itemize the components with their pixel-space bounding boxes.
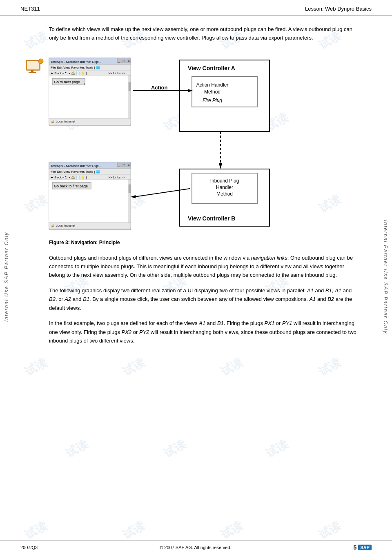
svg-text:View Controller A: View Controller A: [188, 65, 235, 71]
svg-text:_: _: [118, 60, 120, 63]
footer-copyright: © 2007 SAP AG. All rights reserved.: [160, 545, 231, 550]
svg-rect-1: [27, 61, 39, 69]
svg-text:□: □: [123, 163, 125, 167]
svg-text:🔒 Local intranet: 🔒 Local intranet: [51, 223, 76, 227]
footer-year: 2007/Q3: [20, 545, 38, 550]
sap-logo: SAP: [358, 545, 372, 550]
svg-rect-2: [31, 70, 33, 72]
footer-page-number: 5 SAP: [354, 544, 372, 551]
svg-text:Method: Method: [216, 191, 233, 197]
svg-rect-3: [29, 72, 36, 73]
svg-text:↑: ↑: [83, 82, 85, 86]
svg-text:File  Edit  View  Favorites  T: File Edit View Favorites Tools | 🌐: [51, 65, 100, 69]
svg-text:Action Handler: Action Handler: [196, 82, 229, 88]
svg-text:TestAppl - Microsoft Internet : TestAppl - Microsoft Internet Expl...: [51, 60, 101, 64]
svg-text:×: ×: [128, 59, 130, 63]
svg-rect-25: [129, 82, 131, 91]
svg-text:⬅ Back ▪ ⭮ ▪ 🏠 📄 ⭐ |: ⬅ Back ▪ ⭮ ▪ 🏠 📄 ⭐ |: [51, 71, 87, 75]
svg-text:Go to next page: Go to next page: [54, 80, 80, 84]
svg-text:>> Links >>: >> Links >>: [108, 176, 125, 179]
svg-text:>> Links >>: >> Links >>: [108, 71, 125, 75]
page-footer: 2007/Q3 © 2007 SAP AG. All rights reserv…: [0, 541, 392, 554]
svg-point-4: [38, 59, 43, 64]
svg-text:Handler: Handler: [216, 185, 233, 190]
svg-text:Fire Plug: Fire Plug: [203, 98, 222, 103]
svg-text:_: _: [118, 164, 120, 167]
svg-text:□: □: [123, 59, 125, 63]
header-course-code: NET311: [20, 6, 40, 12]
svg-marker-68: [131, 195, 136, 198]
body-paragraph-3: In the first example, two plugs are defi…: [49, 319, 359, 345]
svg-text:Action: Action: [151, 85, 168, 91]
side-right-text: Internal Partner Use SAP Partner Only: [379, 0, 392, 554]
svg-rect-52: [192, 76, 257, 107]
svg-text:Inbound Plug: Inbound Plug: [210, 178, 239, 184]
svg-rect-47: [129, 185, 131, 193]
main-content: To define which views will make up the n…: [0, 16, 392, 368]
svg-text:TestAppl - Microsoft Internet : TestAppl - Microsoft Internet Expl...: [51, 164, 101, 168]
svg-text:Method: Method: [204, 89, 220, 95]
figure-container: TestAppl - Microsoft Internet Expl... _ …: [45, 54, 359, 235]
intro-paragraph: To define which views will make up the n…: [49, 25, 359, 42]
page-header: NET311 Lesson: Web Dynpro Basics: [0, 0, 392, 16]
svg-text:File  Edit  View  Favorites  T: File Edit View Favorites Tools | 🌐: [51, 169, 100, 174]
svg-text:🔒 Local intranet: 🔒 Local intranet: [51, 119, 76, 123]
computer-icon: [24, 58, 44, 79]
svg-marker-60: [219, 163, 222, 169]
figure-caption: Figure 3: Navigation: Principle: [49, 240, 359, 245]
side-left-text: Internal Use SAP Partner Only: [0, 0, 13, 554]
svg-text:⬅ Back ▪ ⭮ ▪ 🏠 📄 ⭐ |: ⬅ Back ▪ ⭮ ▪ 🏠 📄 ⭐ |: [51, 175, 87, 179]
header-lesson-title: Lesson: Web Dynpro Basics: [305, 6, 372, 12]
svg-text:Go back to first page: Go back to first page: [54, 184, 88, 188]
body-paragraph-2: The following graphics display two diffe…: [49, 286, 359, 312]
body-paragraph-1: Outbound plugs and inbound plugs of diff…: [49, 254, 359, 280]
svg-text:View Controller B: View Controller B: [188, 215, 235, 222]
navigation-diagram-svg: TestAppl - Microsoft Internet Expl... _ …: [45, 54, 282, 234]
svg-text:×: ×: [128, 163, 130, 167]
svg-rect-24: [129, 76, 131, 118]
